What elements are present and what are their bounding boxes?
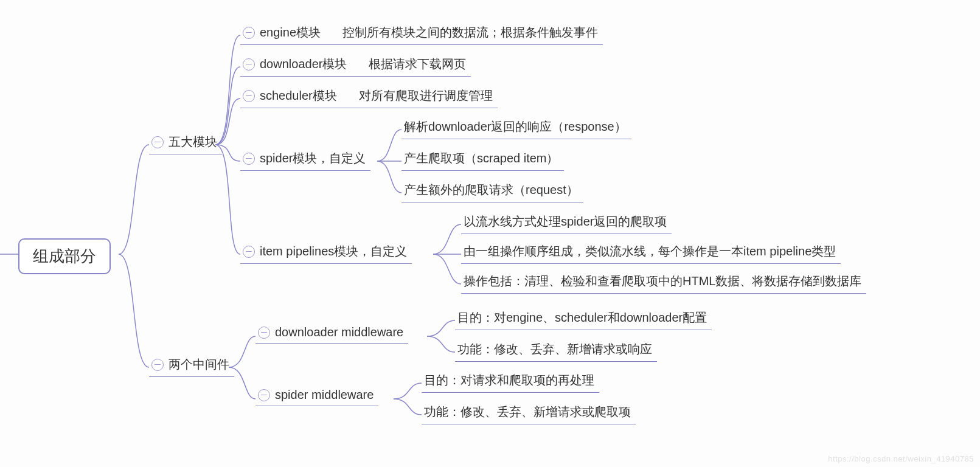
node-label: spider middleware — [275, 388, 374, 402]
leaf-text: 功能：修改、丢弃、新增请求或爬取项 — [424, 404, 631, 420]
leaf-text: 功能：修改、丢弃、新增请求或响应 — [457, 341, 652, 358]
collapse-icon[interactable] — [243, 246, 255, 258]
branch-five-modules[interactable]: 五大模块 — [149, 131, 222, 154]
leaf-pipelines-0[interactable]: 以流水线方式处理spider返回的爬取项 — [461, 211, 672, 234]
leaf-pipelines-1[interactable]: 由一组操作顺序组成，类似流水线，每个操作是一本item pipeline类型 — [461, 241, 841, 264]
branch-label: 五大模块 — [169, 134, 217, 150]
collapse-icon[interactable] — [258, 389, 270, 401]
branch-label: 两个中间件 — [169, 356, 229, 373]
leaf-spmw-0[interactable]: 目的：对请求和爬取项的再处理 — [422, 370, 599, 393]
collapse-icon[interactable] — [243, 58, 255, 71]
node-label: downloader middleware — [275, 325, 403, 339]
node-spider[interactable]: spider模块，自定义 — [240, 148, 370, 171]
leaf-text: 产生额外的爬取请求（request） — [404, 182, 579, 198]
leaf-spider-0[interactable]: 解析downloader返回的响应（response） — [401, 116, 631, 139]
node-label: scheduler模块 — [260, 88, 337, 104]
leaf-text: 产生爬取项（scraped item） — [404, 150, 559, 167]
leaf-dlmw-1[interactable]: 功能：修改、丢弃、新增请求或响应 — [455, 339, 657, 362]
watermark: https://blog.csdn.net/weixin_41940785 — [828, 454, 974, 463]
node-desc: 控制所有模块之间的数据流；根据条件触发事件 — [342, 24, 598, 41]
leaf-text: 以流水线方式处理spider返回的爬取项 — [464, 213, 667, 230]
node-desc: 根据请求下载网页 — [369, 56, 466, 72]
leaf-text: 目的：对engine、scheduler和downloader配置 — [457, 310, 707, 326]
root-label: 组成部分 — [33, 246, 96, 267]
node-engine[interactable]: engine模块 控制所有模块之间的数据流；根据条件触发事件 — [240, 22, 603, 45]
collapse-icon[interactable] — [151, 359, 164, 371]
node-label: downloader模块 — [260, 56, 347, 72]
collapse-icon[interactable] — [243, 27, 255, 39]
leaf-dlmw-0[interactable]: 目的：对engine、scheduler和downloader配置 — [455, 307, 712, 330]
leaf-spider-1[interactable]: 产生爬取项（scraped item） — [401, 148, 564, 171]
node-downloader[interactable]: downloader模块 根据请求下载网页 — [240, 54, 471, 77]
leaf-text: 操作包括：清理、检验和查看爬取项中的HTML数据、将数据存储到数据库 — [464, 273, 861, 289]
leaf-text: 由一组操作顺序组成，类似流水线，每个操作是一本item pipeline类型 — [464, 243, 836, 260]
node-pipelines[interactable]: item pipelines模块，自定义 — [240, 241, 412, 264]
node-label: item pipelines模块，自定义 — [260, 243, 407, 260]
branch-two-middlewares[interactable]: 两个中间件 — [149, 354, 234, 377]
node-label: spider模块，自定义 — [260, 150, 366, 167]
node-scheduler[interactable]: scheduler模块 对所有爬取进行调度管理 — [240, 85, 498, 108]
leaf-text: 目的：对请求和爬取项的再处理 — [424, 372, 594, 389]
collapse-icon[interactable] — [243, 153, 255, 165]
collapse-icon[interactable] — [243, 90, 255, 102]
node-label: engine模块 — [260, 24, 321, 41]
collapse-icon[interactable] — [151, 136, 164, 148]
leaf-spider-2[interactable]: 产生额外的爬取请求（request） — [401, 179, 583, 202]
root-node[interactable]: 组成部分 — [18, 238, 111, 274]
leaf-spmw-1[interactable]: 功能：修改、丢弃、新增请求或爬取项 — [422, 401, 636, 424]
node-desc: 对所有爬取进行调度管理 — [359, 88, 493, 104]
leaf-pipelines-2[interactable]: 操作包括：清理、检验和查看爬取项中的HTML数据、将数据存储到数据库 — [461, 271, 866, 294]
node-spider-middleware[interactable]: spider middleware — [255, 386, 378, 406]
node-downloader-middleware[interactable]: downloader middleware — [255, 323, 408, 344]
leaf-text: 解析downloader返回的响应（response） — [404, 119, 627, 135]
collapse-icon[interactable] — [258, 327, 270, 339]
